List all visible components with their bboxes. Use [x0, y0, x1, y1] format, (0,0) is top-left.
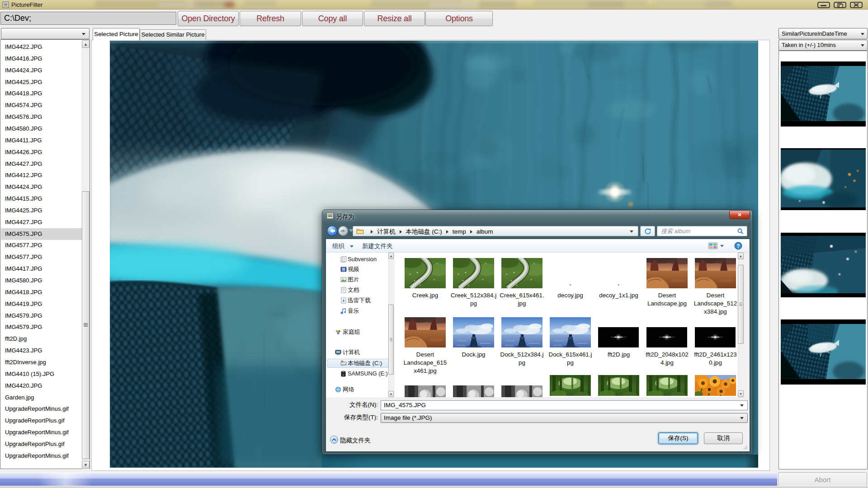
svg-text:?: ? — [736, 243, 740, 249]
